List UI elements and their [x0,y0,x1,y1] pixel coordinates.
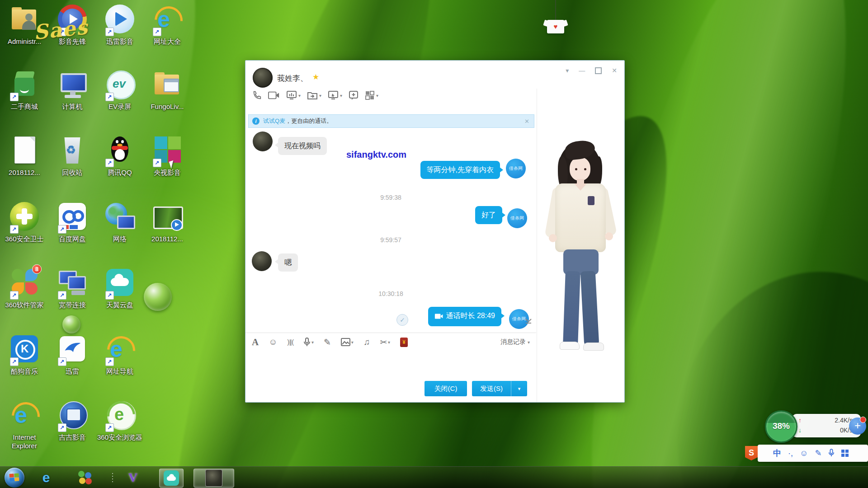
close-button[interactable]: ✕ [612,67,617,74]
font-button[interactable]: A [252,337,259,348]
message-timestamp: 10:30:18 [245,290,536,297]
shortcut-arrow-icon: ↗ [105,423,114,432]
window-shake-button[interactable]: )∥( [288,338,293,346]
desktop-icon-video[interactable]: 2018112... [144,201,191,243]
ime-punctuation-button[interactable]: ·, [788,445,793,462]
taskbar-media-player[interactable] [73,469,97,487]
emoji-button[interactable]: ☺ [269,337,277,347]
minimize-button[interactable]: — [579,67,585,74]
desktop-icon-ball360[interactable]: ↗360安全卫士 [1,201,48,243]
remote-desktop-button[interactable]: ▾ [328,90,342,100]
desktop-icon-recycle[interactable]: ♻回收站 [49,135,96,177]
desktop-icon-green-cube[interactable]: ↗二手商城 [1,69,48,111]
desktop-icon-ie[interactable]: eInternet Explorer [1,399,48,450]
heart-icon: ♥ [554,23,558,30]
start-button[interactable] [5,468,24,488]
caret-down-icon: ▾ [311,340,314,345]
window-titlebar[interactable]: 莪姓李、 ★ ▾ — ✕ [245,61,624,89]
desktop-icon-qq[interactable]: ↗腾讯QQ [96,135,143,177]
voice-message-button[interactable]: ▾ [303,338,314,347]
desktop-icon-ev[interactable]: ev↗EV录屏 [96,69,143,111]
desktop-icon-baidupan[interactable]: ↗百度网盘 [49,201,96,243]
create-group-button[interactable] [349,90,359,100]
video-call-button[interactable] [268,91,280,100]
self-message-avatar[interactable]: 借条网 [507,208,527,228]
screen-share-button[interactable]: ▾ [286,90,301,100]
taskbar-internet-explorer[interactable]: e [34,469,58,487]
scroll-to-bottom-icon[interactable] [524,317,533,325]
caret-down-icon: ▾ [528,340,530,345]
taskbar-v-client[interactable]: V [121,469,145,487]
star-icon: ★ [312,72,319,82]
send-button[interactable]: 发送(S) [472,381,511,396]
desktop-icon-jiji[interactable]: ↗吉吉影音 [49,399,96,441]
download-arrow-icon: ↓ [798,427,802,434]
image-button[interactable]: ▾ [341,338,354,346]
ime-toolbox-icon[interactable] [841,450,849,457]
desktop-icon-label: 网址导航 [96,367,143,375]
message-bubble: 现在视频吗 [278,137,327,155]
accelerate-plus-button[interactable]: + [849,418,866,435]
doc-icon [8,135,41,167]
file-transfer-button[interactable]: ▾ [307,91,321,100]
desktop-icon-ie[interactable]: e↗网址大全 [144,4,191,46]
close-chat-button[interactable]: 关闭(C) [425,381,467,396]
voice-call-button[interactable] [252,90,262,100]
desktop-icon-label: 二手商城 [1,102,48,111]
apps-grid-button[interactable]: ▾ [365,90,378,100]
desktop-icon-kugou[interactable]: K↗酷狗音乐 [1,333,48,375]
desktop-icon-computer[interactable]: 计算机 [49,69,96,111]
shortcut-arrow-icon: ↗ [105,291,114,300]
message-list[interactable]: 现在视频吗 sifangktv.com 等两分钟,先穿着内衣 借条网 9:59:… [245,127,536,333]
divider [245,333,536,333]
desktop-icon-label: FungoLiv... [144,102,191,111]
handwriting-button[interactable]: ✎ [324,337,331,347]
ime-emoji-button[interactable]: ☺ [800,445,808,462]
taskbar-cloud-drive[interactable] [159,469,184,488]
peer-avatar[interactable] [253,68,273,88]
desktop-icon-ie[interactable]: e↗网址导航 [96,333,143,375]
call-record-bubble: 通话时长 28:49 [428,307,502,326]
send-options-caret[interactable]: ▾ [511,381,527,396]
caret-down-icon: ▾ [340,93,342,98]
sogou-ime-bar[interactable]: S 中 ·, ☺ ✎ [758,445,868,462]
desktop-icon-label: 吉吉影音 [49,433,96,441]
ie-icon: e [8,399,41,432]
360-accelerator-ball[interactable]: 38% [765,410,797,443]
desktop-icon-broadband[interactable]: ↗宽带连接 [49,267,96,309]
ime-mode-button[interactable]: 中 [773,445,781,462]
banner-link[interactable]: 试试Q麦 [263,117,285,125]
folder-window-icon [151,69,184,101]
ime-pen-button[interactable]: ✎ [815,445,821,462]
peer-message-avatar[interactable] [253,131,273,151]
message-history-button[interactable]: 消息记录 ▾ [500,338,530,346]
maximize-button[interactable] [595,67,602,74]
kugou-icon: K↗ [8,333,41,366]
desktop-icon-folder-window[interactable]: FungoLiv... [144,69,191,111]
ime-mic-button[interactable] [828,444,835,463]
banner-close-icon[interactable]: ✕ [524,118,529,125]
message-input[interactable] [245,349,536,380]
red-packet-button[interactable]: ¥ [400,338,408,347]
desktop-icon-play-blue[interactable]: ↗迅雷影音 [96,4,143,46]
desktop-icon-label: 腾讯QQ [96,168,143,177]
ev-icon: ev↗ [104,69,136,101]
desktop-icon-clover[interactable]: ↗8360软件管家 [1,267,48,309]
music-button[interactable]: ♫ [363,337,370,347]
screenshot-button[interactable]: ✂ ▾ [380,337,390,347]
desktop-icon-label: Internet Explorer [1,433,48,450]
baidupan-icon: ↗ [56,201,89,234]
computer-icon [56,69,89,101]
taskbar-qq-chat-task[interactable] [193,469,234,488]
caret-down-icon: ▾ [298,93,301,98]
peer-message-avatar[interactable] [252,251,272,271]
desktop-icon-cbox[interactable]: ↗央视影音 [144,135,191,177]
self-message-avatar[interactable]: 借条网 [506,159,526,178]
desktop-icon-doc[interactable]: 2018112... [1,135,48,177]
desktop-icon-browser360[interactable]: e↗360安全浏览器 [96,399,143,441]
desktop-icon-xunlei[interactable]: ↗迅雷 [49,333,96,375]
window-menu-caret-icon[interactable]: ▾ [566,67,569,74]
desktop-icon-tianyi[interactable]: ↗天翼云盘 [96,267,143,309]
desktop-icon-network[interactable]: 网络 [96,201,143,243]
caret-down-icon: ▾ [351,340,354,345]
